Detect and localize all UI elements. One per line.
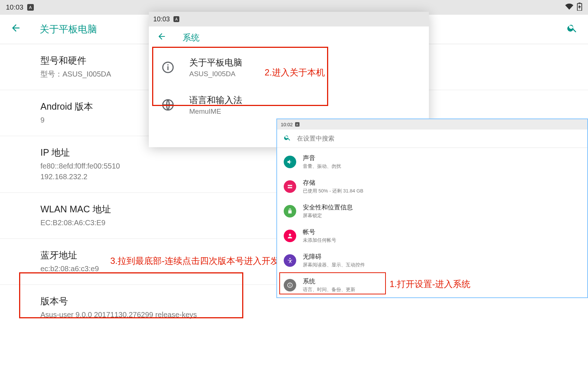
settings-search[interactable]: 在设置中搜索 [277,130,587,148]
page-title: 系统 [183,32,200,43]
back-arrow-icon[interactable] [157,32,166,44]
item-subtitle: 屏幕阅读器、显示、互动控件 [303,262,365,268]
annotation-text-step2: 2.进入关于本机 [265,67,325,78]
status-bar-mid: 10:03 A [149,12,429,26]
annotation-text-step1: 1.打开设置-进入系统 [390,278,470,290]
item-title: 帐号 [303,228,336,236]
item-subtitle: MemuIME [189,107,242,116]
item-title: 存储 [303,178,363,187]
settings-item-accessibility[interactable]: 无障碍 屏幕阅读器、显示、互动控件 [277,248,587,273]
search-icon[interactable] [567,22,578,36]
status-time: 10:03 [6,3,24,11]
svg-rect-9 [290,284,290,286]
status-time: 10:02 [281,122,293,127]
settings-item-storage[interactable]: 存储 已使用 50% - 还剩 31.84 GB [277,174,587,199]
search-icon [284,134,291,143]
sound-icon [284,156,296,168]
item-subtitle: 语言、时间、备份、更新 [303,286,355,293]
settings-item-security[interactable]: 安全性和位置信息 屏幕锁定 [277,199,587,223]
item-title: 安全性和位置信息 [303,203,353,212]
settings-item-sound[interactable]: 声音 音量、振动、勿扰 [277,149,587,174]
app-bar-mid: 系统 [149,26,429,49]
item-subtitle: ASUS_I005DA [189,70,242,78]
globe-icon [160,97,176,113]
svg-point-6 [289,234,291,236]
svg-point-7 [289,258,290,259]
ime-badge-icon: A [295,122,300,127]
item-subtitle: Asus-user 9.0.0 20171130.276299 release-… [40,309,588,320]
wifi-icon [565,3,573,13]
annotation-text-step3: 3.拉到最底部-连续点击四次版本号进入开发模式 [110,255,297,267]
item-title: 无障碍 [303,252,365,261]
svg-rect-10 [290,283,290,284]
battery-icon [577,3,582,13]
ime-badge-icon: A [27,4,34,11]
ime-badge-icon: A [173,16,179,22]
svg-rect-4 [168,64,169,66]
info-icon [284,279,296,291]
item-subtitle: 已使用 50% - 还剩 31.84 GB [303,188,363,194]
storage-icon [284,180,296,193]
svg-rect-3 [168,66,169,70]
search-placeholder: 在设置中搜索 [297,134,334,143]
item-subtitle: 屏幕锁定 [303,212,353,219]
overlay-settings-page: 10:02 A 在设置中搜索 声音 音量、振动、勿扰 存储 已使用 50% - … [276,118,588,298]
item-title: 声音 [303,154,341,162]
item-title: 系统 [303,277,355,286]
item-title: 关于平板电脑 [189,57,242,68]
settings-list: 声音 音量、振动、勿扰 存储 已使用 50% - 还剩 31.84 GB 安全性… [277,148,587,297]
item-subtitle: 音量、振动、勿扰 [303,163,341,170]
list-item-language-input[interactable]: 语言和输入法 MemuIME [149,86,429,124]
item-title: 语言和输入法 [189,94,242,106]
item-subtitle: 未添加任何帐号 [303,237,336,244]
lock-icon [284,205,296,217]
account-icon [284,230,296,242]
page-title: 关于平板电脑 [40,23,97,36]
status-bar-right: 10:02 A [277,119,587,130]
info-icon [160,59,176,75]
status-time: 10:03 [153,15,170,23]
back-arrow-icon[interactable] [10,22,21,36]
accessibility-icon [284,254,296,267]
settings-item-accounts[interactable]: 帐号 未添加任何帐号 [277,223,587,248]
svg-rect-1 [579,3,581,4]
